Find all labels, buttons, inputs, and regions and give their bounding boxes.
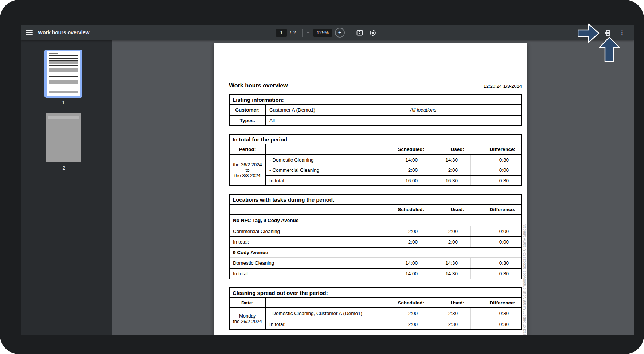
document-content: Work hours overview 12:20:24 1/3-2024 Li…	[229, 43, 522, 335]
report-timestamp: 12:20:24 1/3-2024	[483, 83, 522, 89]
page-total: 2	[293, 30, 296, 35]
table-total-row: In total: 2:00 2:30 0:30	[266, 319, 521, 329]
listing-information-table: Listing information: Customer: Customer …	[229, 94, 522, 126]
row-label: Types:	[230, 116, 266, 125]
table-title: In total for the period:	[230, 135, 521, 144]
table-title: Cleaning spread out over the period:	[230, 288, 521, 298]
table-row: - Domestic Cleaning, Customer A (Demo1) …	[266, 308, 521, 319]
customer-value: Customer A (Demo1)	[269, 107, 315, 113]
table-row: - Domestic Cleaning 14:00 14:30 0:30	[266, 155, 521, 165]
pdf-viewer-window: Work hours overview 1 /2 − 125% +	[21, 25, 634, 335]
table-row: Domestic Cleaning 14:00 14:30 0:30	[230, 257, 521, 268]
pdf-page-1: Work hours overview 12:20:24 1/3-2024 Li…	[214, 43, 527, 335]
table-title: Listing information:	[230, 95, 521, 105]
page-zoom-controls: 1 /2 − 125% +	[276, 25, 379, 40]
thumbnail-page-1-label: 1	[44, 100, 82, 105]
thumbnail-page-2[interactable]	[46, 113, 81, 162]
toolbar-divider	[349, 29, 349, 37]
date-cell: Monday the 26/2 2024	[230, 308, 266, 329]
table-header-row: Period: Scheduled: Used: Difference:	[230, 144, 521, 155]
location-section-row: No NFC Tag, 9 Cody Avenue	[230, 215, 521, 226]
watermark-text: Tired of paper? Grant your employees acc…	[522, 210, 526, 335]
table-row: Customer: Customer A (Demo1) All locatio…	[230, 105, 521, 115]
more-options-icon[interactable]: ⋮	[619, 29, 625, 36]
document-title: Work hours overview	[38, 25, 89, 40]
customer-note: All locations	[410, 107, 436, 113]
table-title: Locations with tasks during the period:	[230, 195, 521, 205]
cleaning-spread-table: Cleaning spread out over the period: Dat…	[229, 287, 522, 330]
thumbnail-page-2-preview	[48, 116, 79, 119]
period-totals-table: In total for the period: Period: Schedul…	[229, 134, 522, 186]
menu-icon[interactable]	[26, 30, 33, 35]
table-header-row: Scheduled: Used: Difference:	[230, 205, 521, 215]
zoom-level[interactable]: 125%	[313, 29, 332, 37]
zoom-out-button[interactable]: −	[307, 30, 310, 36]
print-icon[interactable]	[604, 29, 612, 36]
annotation-arrow-right-download	[578, 22, 600, 46]
location-section-row: 9 Cody Avenue	[230, 247, 521, 257]
thumbnail-page-1-preview	[47, 51, 80, 96]
table-header-row: Date: Scheduled: Used: Difference:	[230, 298, 521, 308]
page-number-input[interactable]: 1	[276, 29, 287, 37]
rotate-icon[interactable]	[369, 29, 376, 36]
pdf-toolbar: Work hours overview 1 /2 − 125% +	[21, 25, 634, 40]
table-total-row: In total: 16:00 16:30 0:30	[266, 175, 521, 185]
zoom-in-button[interactable]: +	[335, 28, 345, 38]
thumbnail-page-1[interactable]	[44, 50, 82, 98]
table-total-row: In total: 14:00 14:30 0:30	[230, 268, 521, 279]
fit-page-icon[interactable]	[356, 29, 363, 36]
thumbnail-sidebar: 1 2	[21, 40, 112, 335]
table-row: - Commercial Cleaning 2:00 2:00 0:00	[266, 165, 521, 175]
annotation-arrow-up-print	[599, 36, 620, 64]
report-title: Work hours overview	[229, 82, 288, 89]
thumbnail-page-2-label: 2	[46, 165, 81, 171]
period-cell: the 26/2 2024 to the 3/3 2024	[230, 155, 266, 185]
table-row: Types: All	[230, 115, 521, 125]
row-label: Customer:	[230, 105, 266, 115]
page-count: /2	[290, 30, 298, 35]
locations-table: Locations with tasks during the period: …	[229, 194, 522, 279]
table-row: Commercial Cleaning 2:00 2:00 0:00	[230, 226, 521, 236]
page-separator: /	[290, 30, 291, 35]
toolbar-divider	[302, 29, 303, 37]
table-total-row: In total: 2:00 2:00 0:00	[230, 236, 521, 247]
types-value: All	[266, 118, 521, 123]
